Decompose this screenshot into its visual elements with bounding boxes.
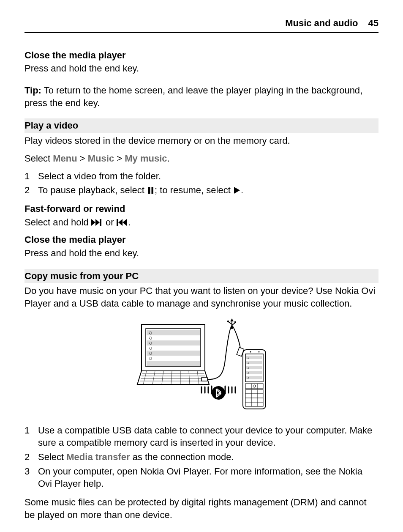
step2-post: as the connection mode. <box>130 452 234 462</box>
tip-body: To return to the home screen, and leave … <box>25 85 362 108</box>
sep-gt-1: > <box>77 153 88 164</box>
step2-post: . <box>241 185 243 195</box>
svg-rect-13 <box>147 351 200 356</box>
step-text: Select a video from the folder. <box>38 170 378 183</box>
rewind-icon <box>117 217 128 228</box>
sep-gt-2: > <box>114 153 125 164</box>
svg-point-50 <box>212 386 225 400</box>
svg-text:♫: ♫ <box>247 376 249 379</box>
text-play-video-intro: Play videos stored in the device memory … <box>25 134 378 147</box>
step-number: 1 <box>25 170 38 183</box>
ffrw-mid: or <box>103 217 117 228</box>
svg-text:♫: ♫ <box>247 366 249 369</box>
svg-point-73 <box>250 351 251 352</box>
step-number: 1 <box>25 424 38 449</box>
play-icon <box>233 185 241 195</box>
svg-rect-6 <box>117 219 118 226</box>
step-number: 2 <box>25 451 38 463</box>
menu-path-mymusic: My music <box>125 153 167 164</box>
diagram-sync: ♫ ♫ ♫ ♫ ♫ ♫ <box>134 317 269 414</box>
step-number: 3 <box>25 465 38 490</box>
fast-forward-icon <box>91 217 103 228</box>
svg-rect-1 <box>152 187 154 194</box>
step2-mid: ; to resume, select <box>155 185 233 195</box>
svg-marker-7 <box>118 219 123 226</box>
copy-music-steps: 1 Use a compatible USB data cable to con… <box>25 424 378 490</box>
svg-marker-8 <box>123 219 127 226</box>
header-page-number: 45 <box>368 17 378 30</box>
text-copy-music-intro: Do you have music on your PC that you wa… <box>25 285 378 310</box>
tip-paragraph: Tip: To return to the home screen, and l… <box>25 84 378 109</box>
svg-rect-0 <box>148 187 150 194</box>
step2-pre: To pause playback, select <box>38 185 147 195</box>
heading-close-media-player-1: Close the media player <box>25 49 378 62</box>
media-transfer-label: Media transfer <box>66 452 130 462</box>
ffrw-pre: Select and hold <box>25 217 91 228</box>
svg-point-38 <box>227 320 229 322</box>
text-drm-note: Some music files can be protected by dig… <box>25 496 378 521</box>
heading-ff-rewind: Fast-forward or rewind <box>25 203 378 215</box>
svg-rect-5 <box>100 219 101 226</box>
period: . <box>167 153 170 164</box>
svg-marker-3 <box>91 219 95 226</box>
figure-laptop-phone-usb: ♫ ♫ ♫ ♫ ♫ ♫ <box>25 317 378 414</box>
play-video-steps: 1 Select a video from the folder. 2 To p… <box>25 170 378 197</box>
page-header: Music and audio 45 <box>25 17 378 33</box>
select-label: Select <box>25 153 53 164</box>
svg-marker-36 <box>230 318 234 321</box>
svg-marker-21 <box>137 371 209 384</box>
pause-icon <box>147 185 155 195</box>
heading-close-media-player-2: Close the media player <box>25 233 378 246</box>
laptop-icon: ♫ ♫ ♫ ♫ ♫ ♫ <box>137 324 209 384</box>
step-text: Use a compatible USB data cable to conne… <box>38 424 378 449</box>
heading-play-video: Play a video <box>25 118 378 133</box>
svg-rect-40 <box>234 321 236 323</box>
usb-cable-icon <box>202 318 244 381</box>
text-ff-rewind: Select and hold or . <box>25 216 378 229</box>
svg-marker-2 <box>234 187 240 194</box>
svg-rect-12 <box>147 340 200 346</box>
svg-point-74 <box>259 351 260 352</box>
menu-path-music: Music <box>88 153 114 164</box>
svg-marker-4 <box>95 219 100 226</box>
svg-rect-63 <box>245 384 263 389</box>
step-text: On your computer, open Nokia Ovi Player.… <box>38 465 378 490</box>
svg-text:♫: ♫ <box>148 355 152 361</box>
text-select-menu-path: Select Menu > Music > My music. <box>25 152 378 165</box>
step-text: To pause playback, select ; to resume, s… <box>38 184 378 197</box>
svg-rect-33 <box>202 378 207 381</box>
svg-text:♫: ♫ <box>247 361 249 364</box>
header-section-title: Music and audio <box>285 17 358 30</box>
step2-pre: Select <box>38 452 66 462</box>
menu-path-menu: Menu <box>53 153 77 164</box>
step-text: Select Media transfer as the connection … <box>38 451 378 463</box>
bluetooth-icon <box>202 386 235 400</box>
step-number: 2 <box>25 184 38 197</box>
svg-line-37 <box>229 322 232 324</box>
heading-copy-music: Copy music from your PC <box>25 269 378 283</box>
text-close-media-1: Press and hold the end key. <box>25 62 378 75</box>
svg-rect-11 <box>147 330 200 335</box>
svg-rect-14 <box>147 361 200 366</box>
tip-label: Tip: <box>25 85 41 96</box>
svg-text:♫: ♫ <box>247 371 249 374</box>
ffrw-post: . <box>128 217 131 228</box>
svg-text:♫: ♫ <box>247 356 249 359</box>
phone-icon: ♫ ♫ ♫ ♫ ♫ <box>243 350 266 409</box>
text-close-media-2: Press and hold the end key. <box>25 247 378 260</box>
